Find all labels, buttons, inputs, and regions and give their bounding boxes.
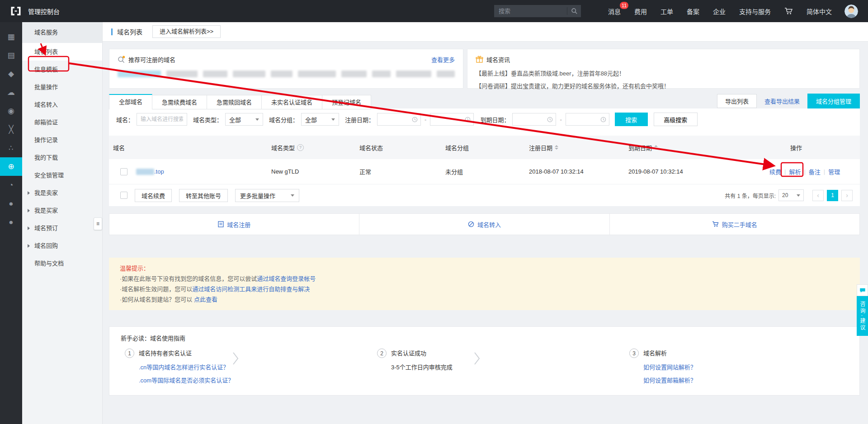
blurred-domain[interactable] [341, 71, 367, 77]
blurred-domain[interactable] [396, 71, 431, 77]
sidebar-item-info-template[interactable]: 信息模板 [22, 61, 102, 78]
help-circle-icon[interactable]: ? [297, 144, 304, 151]
tab-preregister[interactable]: 预登记域名 [322, 95, 371, 109]
topbar-messages[interactable]: 消息 11 [608, 7, 621, 16]
renew-link[interactable]: 续费 [769, 167, 781, 176]
sidebar-item-domain-list[interactable]: 域名列表 [22, 43, 102, 61]
blurred-domain[interactable] [166, 71, 198, 77]
select-all-checkbox[interactable] [120, 192, 127, 199]
tab-all-domains[interactable]: 全部域名 [109, 94, 152, 109]
guide-link-website-dns[interactable]: 如何设置网站解析？ [643, 363, 696, 371]
page-size-select[interactable]: 20 [778, 189, 804, 201]
group-filter-label: 域名分组： [269, 115, 298, 124]
security-icon[interactable]: ◆ [0, 65, 22, 83]
apps-grid-icon[interactable]: ▦ [0, 28, 22, 46]
sidebar-collapse-handle[interactable]: ≡ [94, 217, 102, 230]
sidebar-item-seller[interactable]: 我是卖家 [22, 184, 102, 202]
cross-icon[interactable]: ╳ [0, 120, 22, 139]
tips-link-diagnose-tool[interactable]: 通过域名访问检测工具来进行自助排查与解决 [192, 286, 310, 292]
clock-icon[interactable]: ◔ [0, 176, 22, 194]
batch-renew-button[interactable]: 域名续费 [135, 189, 172, 202]
transfer-in-link[interactable]: 域名转入 [359, 214, 609, 235]
sidebar-item-batch-ops[interactable]: 批量操作 [22, 78, 102, 96]
group-manage-button[interactable]: 域名分组管理 [807, 94, 860, 108]
sidebar-item-transfer-in[interactable]: 域名转入 [22, 96, 102, 113]
sidebar-item-downloads[interactable]: 我的下载 [22, 149, 102, 166]
batch-transfer-button[interactable]: 转至其他账号 [179, 189, 228, 202]
consult-suggest-tab[interactable]: 咨询·建议 [857, 296, 868, 336]
dot-icon[interactable]: ● [0, 213, 22, 231]
guide-link-cn-realname[interactable]: .cn等国内域名怎样进行实名认证？ [139, 363, 234, 371]
cloud-icon[interactable]: ☁ [0, 83, 22, 102]
sidebar-item-email-verify[interactable]: 邮箱验证 [22, 113, 102, 131]
sort-icon[interactable] [654, 145, 658, 150]
next-page-button[interactable]: › [841, 190, 853, 201]
chat-bubble-icon[interactable] [857, 284, 868, 296]
prev-page-button[interactable]: ‹ [812, 190, 824, 201]
topbar-icp[interactable]: 备案 [687, 7, 699, 16]
register-domain-link[interactable]: 域名注册 [109, 214, 359, 235]
sort-icon[interactable] [555, 145, 558, 150]
export-list-button[interactable]: 导出列表 [717, 94, 757, 108]
row-checkbox[interactable] [120, 168, 127, 175]
tips-link-query-account[interactable]: 通过域名查询登录帐号 [257, 275, 316, 282]
sidebar-item-buyback[interactable]: 域名回购 [22, 237, 102, 254]
blurred-domain[interactable] [298, 71, 336, 77]
blurred-domain[interactable] [233, 71, 265, 77]
sidebar-item-prebook[interactable]: 域名预订 [22, 219, 102, 237]
remark-link[interactable]: 备注 [809, 167, 821, 176]
group-filter-select[interactable]: 全部 [301, 113, 339, 126]
storage-icon[interactable]: ◉ [0, 102, 22, 120]
sidebar-item-security-lock[interactable]: 安全锁管理 [22, 166, 102, 184]
reg-date-start-input[interactable] [377, 113, 421, 126]
sidebar-item-op-records[interactable]: 操作记录 [22, 131, 102, 149]
avatar[interactable] [844, 5, 858, 18]
blurred-domain[interactable] [118, 71, 161, 77]
cart-icon[interactable] [784, 7, 793, 15]
search-button[interactable]: 搜索 [615, 113, 648, 126]
more-batch-ops-select[interactable]: 更多批量操作 [235, 189, 299, 202]
search-icon[interactable] [567, 7, 581, 15]
sidebar-item-help-docs[interactable]: 帮助与文档 [22, 254, 102, 272]
advanced-search-button[interactable]: 高级搜索 [654, 113, 698, 126]
topbar-search-input[interactable] [494, 8, 567, 14]
tips-link-view-here[interactable]: 点此查看 [194, 296, 217, 303]
topbar-enterprise[interactable]: 企业 [713, 7, 726, 16]
view-more-link[interactable]: 查看更多 [431, 55, 455, 64]
blurred-domain[interactable] [372, 71, 391, 77]
news-item[interactable]: 【问卷调研】提出宝贵建议，助力更好的域名服务体验，还有机会中奖哦！ [476, 82, 851, 90]
dot-icon[interactable]: ● [0, 194, 22, 213]
topbar-support[interactable]: 支持与服务 [739, 7, 771, 16]
sidebar-item-buyer[interactable]: 我是买家 [22, 202, 102, 219]
current-page-button[interactable]: 1 [827, 190, 838, 201]
type-filter-select[interactable]: 全部 [225, 113, 263, 126]
guide-link-com-realname[interactable]: .com等国际域名是否必须实名认证？ [139, 376, 234, 384]
manage-link[interactable]: 管理 [828, 167, 840, 176]
domain-link[interactable]: .top [154, 168, 164, 175]
network-nodes-icon[interactable]: ∴ [0, 139, 22, 157]
reg-date-end-input[interactable] [430, 113, 474, 126]
view-export-result-link[interactable]: 查看导出结果 [764, 97, 800, 105]
server-icon[interactable]: ▤ [0, 46, 22, 65]
blurred-domain[interactable] [203, 71, 227, 77]
topbar-billing[interactable]: 费用 [634, 7, 647, 16]
topbar-language[interactable]: 简体中文 [807, 7, 832, 16]
news-item[interactable]: 【最新上线】垂直品类新顶级域.beer，注册首年88元起！ [476, 69, 851, 78]
tab-renew-urgent[interactable]: 急需续费域名 [152, 95, 207, 109]
tab-redeem-urgent[interactable]: 急需赎回域名 [207, 95, 262, 109]
topbar-search[interactable] [494, 5, 581, 17]
tab-unverified[interactable]: 未实名认证域名 [262, 95, 322, 109]
exp-date-start-input[interactable] [512, 113, 556, 126]
enter-dns-list-button[interactable]: 进入域名解析列表>> [152, 25, 221, 38]
domain-filter-input[interactable] [137, 113, 187, 126]
op-separator: | [804, 168, 805, 175]
exp-date-end-input[interactable] [566, 113, 609, 126]
blurred-domain[interactable] [437, 71, 455, 77]
blurred-domain[interactable] [271, 71, 292, 77]
resolve-link[interactable]: 解析 [789, 167, 801, 176]
aliyun-logo-icon[interactable] [10, 6, 22, 16]
domain-globe-icon[interactable]: ⊕ [0, 157, 22, 176]
topbar-tickets[interactable]: 工单 [660, 7, 673, 16]
buy-secondhand-link[interactable]: 购买二手域名 [609, 214, 859, 235]
guide-link-email-dns[interactable]: 如何设置邮箱解析？ [643, 376, 696, 384]
